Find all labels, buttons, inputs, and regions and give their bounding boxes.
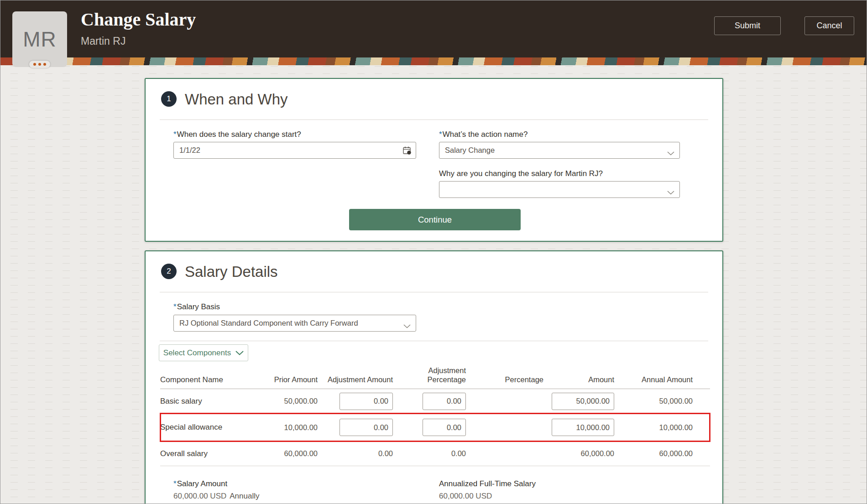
- start-date-field: [173, 142, 416, 159]
- salary-basis-value: RJ Optional Standard Component with Carr…: [179, 319, 358, 327]
- component-name: Basic salary: [160, 397, 265, 406]
- step-2-badge: 2: [161, 264, 177, 279]
- annual-amount: 10,000.00: [614, 423, 710, 432]
- col-header-percentage: Percentage: [466, 375, 543, 389]
- required-asterisk: *: [439, 130, 442, 139]
- prior-amount: 50,000.00: [265, 397, 318, 405]
- when-and-why-section: 1 When and Why *When does the salary cha…: [145, 78, 723, 242]
- avatar-actions-menu[interactable]: [29, 61, 50, 68]
- adjustment-amount-input-special-allowance[interactable]: [339, 419, 393, 436]
- amount-input-special-allowance[interactable]: [552, 419, 614, 436]
- start-date-label: *When does the salary change start?: [173, 130, 301, 139]
- action-name-select[interactable]: Salary Change: [439, 142, 680, 159]
- adjustment-amount-input-basic-salary[interactable]: [339, 393, 393, 410]
- submit-button[interactable]: Submit: [714, 16, 781, 35]
- person-name: Martin RJ: [81, 35, 196, 47]
- chevron-down-icon: [667, 149, 674, 157]
- salary-frequency: Annually: [230, 492, 259, 500]
- adjustment-percentage-input-special-allowance[interactable]: [423, 419, 466, 436]
- adjustment-amount: 0.00: [318, 449, 393, 458]
- annual-amount: 60,000.00: [614, 449, 710, 458]
- ellipsis-icon: [33, 63, 36, 66]
- prior-amount: 10,000.00: [265, 423, 318, 432]
- header-actions: Submit Cancel: [714, 16, 854, 35]
- select-components-button[interactable]: Select Components: [159, 344, 248, 361]
- table-row-overall-salary: Overall salary 60,000.00 0.00 0.00 60,00…: [160, 442, 710, 466]
- reason-select[interactable]: [439, 181, 680, 198]
- table-row-basic-salary: Basic salary 50,000.00 50,000.00: [160, 389, 710, 413]
- table-header-row: Component Name Prior Amount Adjustment A…: [160, 366, 710, 389]
- reason-label: Why are you changing the salary for Mart…: [439, 169, 603, 178]
- cancel-button[interactable]: Cancel: [804, 16, 854, 35]
- salary-amount-value: 60,000.00 USDAnnually: [173, 492, 259, 501]
- avatar-initials: MR: [23, 27, 57, 52]
- ellipsis-icon: [38, 63, 41, 66]
- salary-details-title: Salary Details: [185, 263, 278, 281]
- amount-input-basic-salary[interactable]: [552, 393, 614, 410]
- salary-basis-label: *Salary Basis: [173, 302, 220, 312]
- salary-amount-label: *Salary Amount: [173, 479, 227, 488]
- required-asterisk: *: [173, 130, 177, 139]
- col-header-amount: Amount: [543, 375, 614, 389]
- col-header-annual-amount: Annual Amount: [614, 375, 710, 389]
- adjustment-percentage-input-basic-salary[interactable]: [423, 393, 466, 410]
- action-name-value: Salary Change: [445, 146, 495, 155]
- when-and-why-title: When and Why: [185, 91, 288, 108]
- divider: [160, 292, 708, 292]
- component-name: Overall salary: [160, 449, 265, 458]
- annualized-salary-value: 60,000.00 USD: [439, 492, 492, 501]
- header-titles: Change Salary Martin RJ: [81, 9, 196, 47]
- salary-details-section: 2 Salary Details *Salary Basis RJ Option…: [145, 250, 723, 504]
- chevron-down-icon: [403, 322, 411, 330]
- chevron-down-icon: [667, 188, 674, 197]
- component-name: Special allowance: [160, 423, 265, 432]
- prior-amount: 60,000.00: [265, 449, 318, 458]
- col-header-prior-amount: Prior Amount: [265, 375, 318, 389]
- decorative-banner: [0, 57, 867, 65]
- col-header-adjustment-percentage: Adjustment Percentage: [393, 366, 466, 389]
- col-header-adjustment-amount: Adjustment Amount: [318, 375, 393, 389]
- divider: [160, 341, 708, 341]
- required-asterisk: *: [173, 479, 177, 488]
- components-table: Component Name Prior Amount Adjustment A…: [160, 366, 710, 466]
- start-date-input[interactable]: [174, 142, 416, 158]
- salary-basis-select[interactable]: RJ Optional Standard Component with Carr…: [173, 315, 416, 332]
- continue-button[interactable]: Continue: [349, 209, 521, 230]
- divider: [160, 120, 708, 120]
- annual-amount: 50,000.00: [614, 397, 710, 405]
- calendar-icon[interactable]: [402, 145, 412, 157]
- required-asterisk: *: [173, 302, 177, 311]
- avatar: MR: [12, 11, 67, 67]
- page-title: Change Salary: [81, 9, 196, 30]
- chevron-down-icon: [235, 351, 244, 355]
- amount: 60,000.00: [543, 449, 614, 458]
- step-1-badge: 1: [161, 91, 177, 107]
- adjustment-percentage: 0.00: [393, 449, 466, 458]
- change-salary-page: MR Change Salary Martin RJ Submit Cancel…: [0, 0, 867, 504]
- action-name-label: *What’s the action name?: [439, 130, 528, 139]
- table-row-special-allowance-highlighted: Special allowance 10,000.00 10,000.00: [160, 413, 710, 442]
- col-header-component-name: Component Name: [160, 375, 265, 389]
- annualized-salary-label: Annualized Full-Time Salary: [439, 479, 536, 488]
- ellipsis-icon: [43, 63, 46, 66]
